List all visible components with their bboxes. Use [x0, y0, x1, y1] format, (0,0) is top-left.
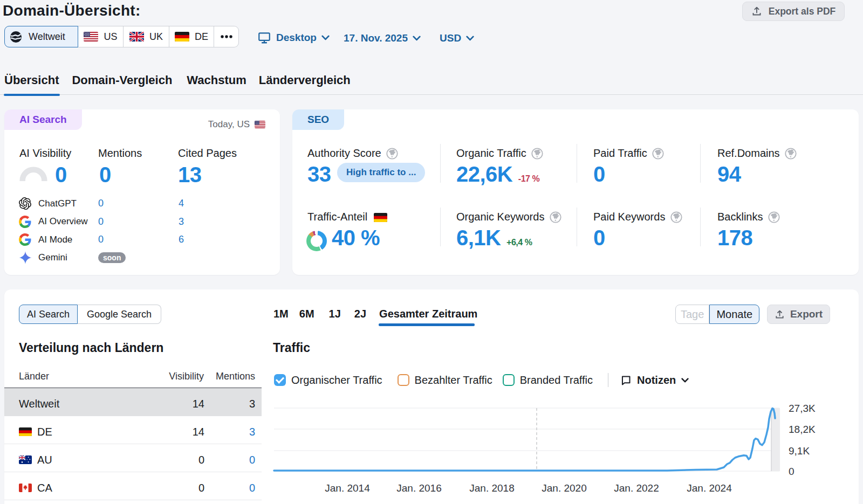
svg-text:0: 0	[789, 466, 794, 477]
svg-text:Jan. 2022: Jan. 2022	[614, 482, 659, 494]
svg-text:Jan. 2016: Jan. 2016	[396, 482, 441, 494]
svg-text:9,1K: 9,1K	[789, 445, 810, 457]
svg-text:Jan. 2024: Jan. 2024	[687, 482, 732, 494]
svg-text:Jan. 2018: Jan. 2018	[469, 482, 514, 494]
svg-text:18,2K: 18,2K	[789, 424, 816, 435]
svg-text:Jan. 2020: Jan. 2020	[542, 482, 586, 494]
svg-text:Jan. 2014: Jan. 2014	[325, 482, 370, 494]
svg-text:27,3K: 27,3K	[789, 404, 816, 414]
